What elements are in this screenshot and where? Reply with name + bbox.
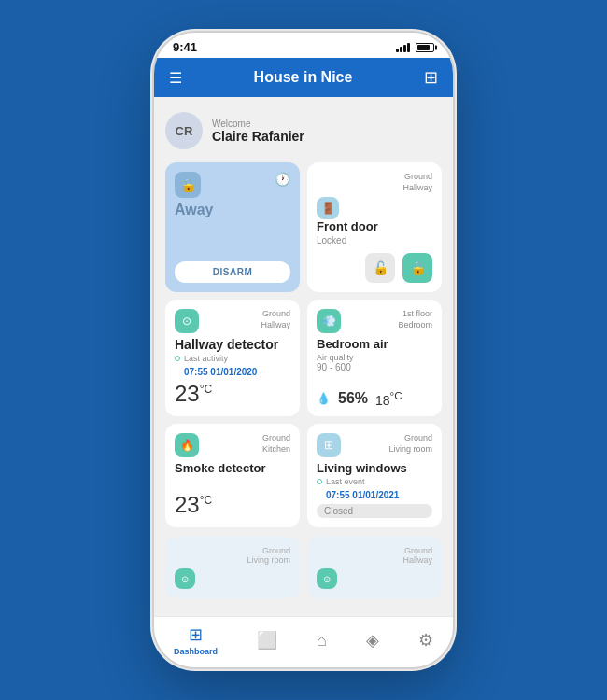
partial-cards: GroundLiving room ⊙ GroundHallway ⊙ — [165, 537, 442, 598]
front-door-card: GroundHallway 🚪 Front door Locked 🔓 🔒 — [307, 162, 442, 292]
content-area: CR Welcome Claire Rafanier 🔒 🕐 Away DISA… — [154, 97, 453, 616]
alarm-title: Away — [175, 202, 290, 218]
air-quality-value: 90 - 600 — [317, 362, 432, 372]
welcome-text: Welcome Claire Rafanier — [212, 119, 304, 144]
status-time: 9:41 — [173, 40, 197, 54]
last-event-time: 07:55 01/01/2021 — [326, 490, 432, 500]
bedroom-location: 1st floorBedroom — [398, 309, 432, 330]
scenes-icon: ◈ — [366, 630, 379, 651]
bedroom-air-title: Bedroom air — [317, 337, 432, 351]
event-dot — [317, 479, 322, 484]
partial-right-icon: ⊙ — [317, 568, 337, 589]
dashboard-label: Dashboard — [174, 647, 218, 656]
living-location: GroundLiving room — [388, 433, 432, 455]
menu-icon[interactable]: ☰ — [169, 69, 182, 87]
welcome-row: CR Welcome Claire Rafanier — [165, 108, 442, 153]
living-windows-card: ⊞ GroundLiving room Living windows Last … — [307, 424, 442, 527]
smoke-detector-card: 🔥 GroundKitchen Smoke detector 23°C — [165, 424, 300, 527]
lock-controls: 🔓 🔒 — [317, 253, 432, 283]
last-event-label: Last event — [326, 477, 365, 486]
detector-icon: ⊙ — [175, 309, 199, 333]
smoke-location: GroundKitchen — [262, 433, 290, 455]
air-quality-label: Air quality — [317, 353, 432, 362]
nav-item-rooms[interactable]: ⬜ — [257, 630, 277, 651]
activity-label: Last activity — [184, 354, 228, 363]
rooms-icon: ⬜ — [257, 630, 277, 651]
settings-icon: ⚙ — [418, 630, 433, 651]
app-title: House in Nice — [254, 69, 353, 86]
status-icons — [396, 43, 434, 52]
bedroom-temp: 18°C — [375, 389, 402, 408]
lock-button[interactable]: 🔒 — [402, 253, 432, 283]
disarm-button[interactable]: DISARM — [175, 261, 290, 283]
bedroom-air-card: 💨 1st floorBedroom Bedroom air Air quali… — [307, 300, 442, 416]
alarm-history-icon[interactable]: 🕐 — [275, 172, 290, 187]
activity-time: 07:55 01/01/2020 — [184, 367, 290, 377]
alarm-icon: 🔒 — [175, 172, 201, 198]
top-nav: ☰ House in Nice ⊞ — [154, 58, 453, 97]
front-door-title: Front door — [317, 219, 432, 233]
partial-right-location: GroundHallway — [317, 546, 432, 565]
detector-location: GroundHallway — [261, 309, 290, 330]
detector-temp: 23°C — [175, 381, 290, 407]
unlock-button[interactable]: 🔓 — [365, 253, 395, 283]
nav-item-scenes[interactable]: ◈ — [366, 630, 379, 651]
closed-badge: Closed — [317, 504, 432, 518]
detector-title: Hallway detector — [175, 337, 290, 352]
home-icon: ⌂ — [317, 631, 327, 651]
signal-icon — [396, 43, 410, 52]
partial-left-icon: ⊙ — [175, 568, 195, 589]
last-event-row: Last event — [317, 477, 432, 486]
window-icon: ⊞ — [317, 433, 341, 457]
drop-icon: 💧 — [317, 392, 331, 405]
grid-icon[interactable]: ⊞ — [424, 67, 438, 88]
nav-item-dashboard[interactable]: ⊞ Dashboard — [174, 624, 218, 656]
dashboard-icon: ⊞ — [189, 624, 203, 645]
smoke-title: Smoke detector — [175, 461, 290, 475]
smoke-temp: 23°C — [175, 492, 290, 518]
cards-grid: 🔒 🕐 Away DISARM GroundHallway 🚪 Front do… — [165, 162, 442, 527]
front-door-location: GroundHallway — [402, 172, 432, 193]
humidity-row: 💧 56% 18°C — [317, 389, 432, 408]
avatar: CR — [165, 112, 203, 149]
last-activity-row: Last activity — [175, 354, 290, 363]
nav-item-home[interactable]: ⌂ — [317, 631, 327, 651]
hallway-detector-card: ⊙ GroundHallway Hallway detector Last ac… — [165, 300, 300, 416]
partial-left-location: GroundLiving room — [175, 546, 290, 565]
bottom-nav: ⊞ Dashboard ⬜ ⌂ ◈ ⚙ — [154, 616, 453, 667]
user-name: Claire Rafanier — [212, 129, 304, 144]
partial-card-right: GroundHallway ⊙ — [307, 537, 442, 598]
status-bar: 9:41 — [154, 33, 453, 58]
partial-card-left: GroundLiving room ⊙ — [165, 537, 300, 598]
smoke-icon: 🔥 — [175, 433, 199, 457]
nav-item-settings[interactable]: ⚙ — [418, 630, 433, 651]
welcome-label: Welcome — [212, 119, 304, 129]
humidity-value: 56% — [338, 390, 368, 407]
air-icon: 💨 — [317, 309, 341, 333]
battery-icon — [416, 43, 434, 52]
activity-dot — [175, 356, 180, 361]
phone-shell: 9:41 ☰ House in Nice ⊞ CR Welcome Claire… — [154, 33, 453, 667]
alarm-card: 🔒 🕐 Away DISARM — [165, 162, 300, 292]
door-icon: 🚪 — [317, 197, 339, 219]
front-door-subtitle: Locked — [317, 235, 432, 245]
living-windows-title: Living windows — [317, 461, 432, 475]
